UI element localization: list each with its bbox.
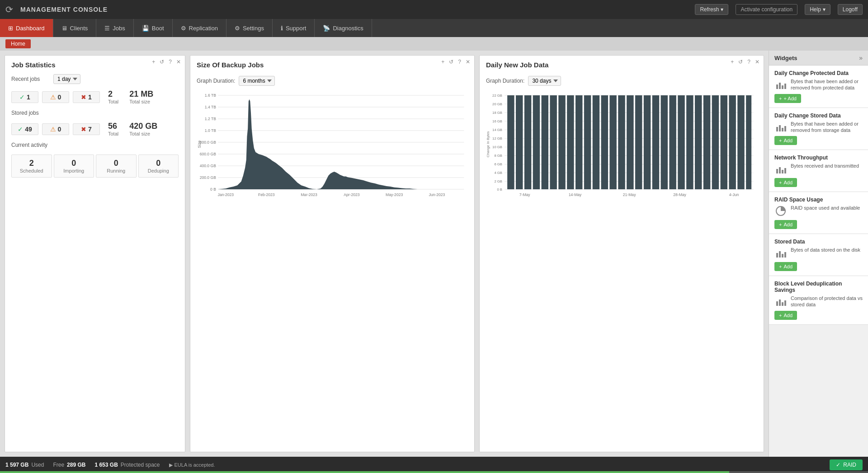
widget-desc: Bytes received and transmitted: [791, 163, 863, 169]
stored-jobs-label-row: Stored jobs: [5, 107, 185, 119]
daily-duration-select[interactable]: 30 days 7 days 14 days: [528, 76, 561, 86]
sidebar-collapse-btn[interactable]: »: [859, 54, 863, 61]
svg-rect-66: [635, 95, 642, 189]
storage-progress-bar: [0, 471, 868, 473]
widget-title: Block Level Deduplication Savings: [774, 281, 863, 293]
card-help-btn[interactable]: ?: [167, 58, 173, 66]
nav-jobs[interactable]: ☰ Jobs: [96, 19, 133, 37]
running-count: 0: [98, 159, 134, 168]
nav-clients[interactable]: 🖥 Clients: [53, 19, 97, 37]
svg-text:20 GB: 20 GB: [492, 102, 502, 106]
svg-marker-19: [218, 99, 464, 189]
nav-settings[interactable]: ⚙ Settings: [226, 19, 273, 37]
svg-rect-90: [779, 125, 781, 131]
nav-boot[interactable]: 💾 Boot: [134, 19, 173, 37]
recent-ok-count: 1: [27, 94, 30, 101]
svg-rect-59: [576, 95, 582, 189]
svg-text:Jun-2023: Jun-2023: [429, 192, 445, 197]
used-label: Used: [31, 462, 44, 468]
card-help-btn[interactable]: ?: [457, 58, 462, 66]
svg-rect-57: [558, 95, 565, 189]
eula-notice[interactable]: ▶ EULA is accepted.: [169, 462, 215, 468]
svg-text:8 GB: 8 GB: [494, 154, 502, 158]
plus-icon: +: [779, 138, 782, 143]
widget-desc: Bytes of data stored on the disk: [791, 247, 863, 253]
svg-text:600.0 GB: 600.0 GB: [200, 152, 216, 156]
widget-add-btn[interactable]: + Add: [774, 311, 797, 320]
svg-text:0 B: 0 B: [497, 187, 502, 192]
recent-duration-select[interactable]: 1 day: [53, 74, 80, 84]
svg-rect-101: [784, 252, 786, 258]
card-refresh-btn[interactable]: ↺: [448, 58, 455, 66]
app-title: MANAGEMENT CONSOLE: [20, 6, 108, 13]
card-add-btn[interactable]: +: [729, 58, 735, 66]
svg-rect-69: [661, 95, 668, 189]
card-add-btn[interactable]: +: [440, 58, 446, 66]
widget-add-btn[interactable]: + Add: [774, 136, 797, 145]
current-activity-label-row: Current activity: [5, 139, 185, 151]
card-toolbar: + ↺ ? ✕: [151, 58, 182, 66]
nav-support[interactable]: ℹ Support: [273, 19, 315, 37]
logoff-button[interactable]: Logoff: [838, 4, 863, 15]
checkmark-icon: ✓: [18, 126, 23, 133]
card-close-btn[interactable]: ✕: [464, 58, 472, 66]
recent-total-num: 2: [108, 89, 118, 99]
pie-chart-icon: [774, 205, 787, 217]
refresh-button[interactable]: Refresh ▾: [695, 4, 728, 15]
breadcrumb-home[interactable]: Home: [5, 39, 31, 48]
nav-diagnostics[interactable]: 📡 Diagnostics: [315, 19, 372, 37]
svg-rect-77: [729, 95, 736, 189]
card-help-btn[interactable]: ?: [746, 58, 752, 66]
svg-text:Feb-2023: Feb-2023: [258, 192, 275, 197]
importing-label: Importing: [56, 168, 92, 173]
recent-warn-stat: ⚠ 0: [42, 91, 69, 103]
nav-dashboard[interactable]: ⊞ Dashboard: [0, 19, 53, 37]
svg-text:0 B: 0 B: [210, 187, 216, 192]
nav-replication[interactable]: ⚙ Replication: [173, 19, 226, 37]
recent-size-group: 21 MB Total size: [129, 89, 153, 104]
replication-icon: ⚙: [181, 25, 186, 32]
widget-add-btn[interactable]: + Add: [774, 262, 797, 271]
svg-text:Apr-2023: Apr-2023: [344, 192, 359, 197]
svg-text:18 GB: 18 GB: [492, 111, 502, 115]
card-add-btn[interactable]: +: [151, 58, 156, 66]
deduping-count: 0: [141, 159, 177, 168]
diagnostics-icon: 📡: [323, 25, 330, 32]
raid-button[interactable]: ✓ RAID: [830, 459, 863, 470]
backup-duration-label: Graph Duration:: [197, 78, 235, 84]
stored-jobs-label: Stored jobs: [11, 110, 50, 116]
backup-duration-select[interactable]: 6 months 3 months 1 month: [239, 76, 275, 86]
card-refresh-btn[interactable]: ↺: [737, 58, 744, 66]
chart-bar-icon: [774, 295, 787, 308]
card-close-btn[interactable]: ✕: [754, 58, 761, 66]
svg-text:1.4 TB: 1.4 TB: [205, 105, 216, 109]
bottombar: 1 597 GB Used Free 289 GB 1 653 GB Prote…: [0, 457, 868, 473]
svg-rect-75: [712, 95, 719, 189]
svg-rect-71: [678, 95, 684, 189]
svg-rect-100: [782, 254, 783, 258]
widget-desc: Comparison of protected data vs stored d…: [791, 295, 863, 308]
recent-total-label: Total: [108, 99, 118, 104]
svg-rect-99: [779, 251, 781, 258]
svg-rect-74: [703, 95, 710, 189]
card-refresh-btn[interactable]: ↺: [158, 58, 165, 66]
widget-add-btn[interactable]: + Add: [774, 220, 797, 229]
svg-rect-55: [542, 95, 548, 189]
activate-config-button[interactable]: Activate configuration: [736, 4, 797, 15]
plus-icon: +: [779, 222, 782, 227]
deduping-label: Deduping: [141, 168, 177, 173]
widget-add-btn[interactable]: + Add: [774, 178, 797, 187]
card-close-btn[interactable]: ✕: [175, 58, 182, 66]
svg-rect-78: [737, 95, 744, 189]
widget-add-btn[interactable]: + + Add: [774, 94, 801, 103]
backup-jobs-chart: 1.6 TB 1.4 TB 1.2 TB 1.0 TB 800.0 GB 600…: [197, 89, 468, 207]
widget-desc: Bytes that have been added or removed fr…: [791, 78, 863, 91]
warning-icon: ⚠: [50, 126, 56, 133]
widget-daily-change-stored: Daily Change Stored Data Bytes that have…: [769, 108, 868, 150]
stored-ok-count: 49: [25, 126, 32, 133]
daily-chart-container: 22 GB 20 GB 18 GB 16 GB 14 GB 12 GB 10 G…: [480, 88, 764, 452]
recent-jobs-stats: ✓ 1 ⚠ 0 ✖ 1 2 Total: [5, 87, 185, 107]
card-toolbar: + ↺ ? ✕: [440, 58, 472, 66]
svg-text:28-May: 28-May: [673, 192, 686, 197]
help-button[interactable]: Help ▾: [805, 4, 830, 15]
